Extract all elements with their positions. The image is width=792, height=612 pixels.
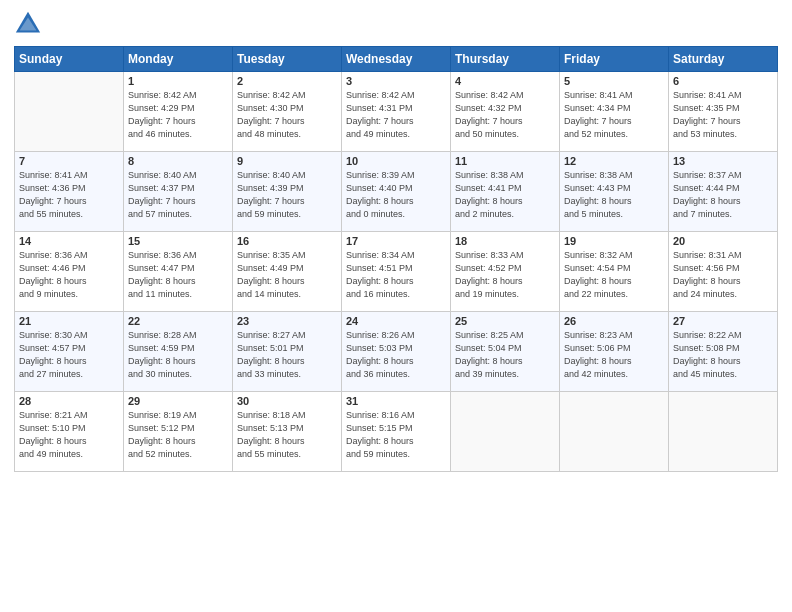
day-number: 27 [673, 315, 773, 327]
day-number: 18 [455, 235, 555, 247]
day-info: Sunrise: 8:19 AM Sunset: 5:12 PM Dayligh… [128, 409, 228, 461]
day-info: Sunrise: 8:41 AM Sunset: 4:34 PM Dayligh… [564, 89, 664, 141]
day-number: 22 [128, 315, 228, 327]
day-info: Sunrise: 8:36 AM Sunset: 4:46 PM Dayligh… [19, 249, 119, 301]
col-header-tuesday: Tuesday [233, 47, 342, 72]
day-info: Sunrise: 8:32 AM Sunset: 4:54 PM Dayligh… [564, 249, 664, 301]
day-info: Sunrise: 8:36 AM Sunset: 4:47 PM Dayligh… [128, 249, 228, 301]
logo-icon [14, 10, 42, 38]
day-number: 10 [346, 155, 446, 167]
day-info: Sunrise: 8:42 AM Sunset: 4:29 PM Dayligh… [128, 89, 228, 141]
header [14, 10, 778, 38]
day-info: Sunrise: 8:18 AM Sunset: 5:13 PM Dayligh… [237, 409, 337, 461]
week-row-2: 14Sunrise: 8:36 AM Sunset: 4:46 PM Dayli… [15, 232, 778, 312]
col-header-monday: Monday [124, 47, 233, 72]
day-number: 23 [237, 315, 337, 327]
logo [14, 10, 46, 38]
calendar-cell [15, 72, 124, 152]
day-number: 15 [128, 235, 228, 247]
day-info: Sunrise: 8:27 AM Sunset: 5:01 PM Dayligh… [237, 329, 337, 381]
calendar-cell: 29Sunrise: 8:19 AM Sunset: 5:12 PM Dayli… [124, 392, 233, 472]
calendar-cell: 27Sunrise: 8:22 AM Sunset: 5:08 PM Dayli… [669, 312, 778, 392]
calendar-cell: 9Sunrise: 8:40 AM Sunset: 4:39 PM Daylig… [233, 152, 342, 232]
calendar-cell: 11Sunrise: 8:38 AM Sunset: 4:41 PM Dayli… [451, 152, 560, 232]
calendar-cell: 30Sunrise: 8:18 AM Sunset: 5:13 PM Dayli… [233, 392, 342, 472]
day-number: 13 [673, 155, 773, 167]
day-number: 28 [19, 395, 119, 407]
day-number: 7 [19, 155, 119, 167]
day-info: Sunrise: 8:38 AM Sunset: 4:41 PM Dayligh… [455, 169, 555, 221]
calendar-cell: 1Sunrise: 8:42 AM Sunset: 4:29 PM Daylig… [124, 72, 233, 152]
header-row: SundayMondayTuesdayWednesdayThursdayFrid… [15, 47, 778, 72]
calendar-cell: 19Sunrise: 8:32 AM Sunset: 4:54 PM Dayli… [560, 232, 669, 312]
calendar-cell: 25Sunrise: 8:25 AM Sunset: 5:04 PM Dayli… [451, 312, 560, 392]
calendar-cell: 7Sunrise: 8:41 AM Sunset: 4:36 PM Daylig… [15, 152, 124, 232]
calendar-cell: 2Sunrise: 8:42 AM Sunset: 4:30 PM Daylig… [233, 72, 342, 152]
col-header-sunday: Sunday [15, 47, 124, 72]
calendar-cell: 15Sunrise: 8:36 AM Sunset: 4:47 PM Dayli… [124, 232, 233, 312]
day-number: 14 [19, 235, 119, 247]
day-number: 29 [128, 395, 228, 407]
col-header-friday: Friday [560, 47, 669, 72]
calendar-cell: 12Sunrise: 8:38 AM Sunset: 4:43 PM Dayli… [560, 152, 669, 232]
day-info: Sunrise: 8:41 AM Sunset: 4:36 PM Dayligh… [19, 169, 119, 221]
col-header-thursday: Thursday [451, 47, 560, 72]
day-number: 5 [564, 75, 664, 87]
day-number: 6 [673, 75, 773, 87]
day-info: Sunrise: 8:23 AM Sunset: 5:06 PM Dayligh… [564, 329, 664, 381]
week-row-1: 7Sunrise: 8:41 AM Sunset: 4:36 PM Daylig… [15, 152, 778, 232]
day-info: Sunrise: 8:40 AM Sunset: 4:37 PM Dayligh… [128, 169, 228, 221]
calendar-cell [451, 392, 560, 472]
col-header-wednesday: Wednesday [342, 47, 451, 72]
calendar-cell: 28Sunrise: 8:21 AM Sunset: 5:10 PM Dayli… [15, 392, 124, 472]
day-info: Sunrise: 8:42 AM Sunset: 4:31 PM Dayligh… [346, 89, 446, 141]
day-number: 31 [346, 395, 446, 407]
day-info: Sunrise: 8:30 AM Sunset: 4:57 PM Dayligh… [19, 329, 119, 381]
calendar-cell: 23Sunrise: 8:27 AM Sunset: 5:01 PM Dayli… [233, 312, 342, 392]
day-number: 9 [237, 155, 337, 167]
week-row-3: 21Sunrise: 8:30 AM Sunset: 4:57 PM Dayli… [15, 312, 778, 392]
calendar-cell: 21Sunrise: 8:30 AM Sunset: 4:57 PM Dayli… [15, 312, 124, 392]
day-number: 4 [455, 75, 555, 87]
day-info: Sunrise: 8:42 AM Sunset: 4:32 PM Dayligh… [455, 89, 555, 141]
day-number: 20 [673, 235, 773, 247]
day-number: 26 [564, 315, 664, 327]
day-info: Sunrise: 8:37 AM Sunset: 4:44 PM Dayligh… [673, 169, 773, 221]
calendar-cell: 16Sunrise: 8:35 AM Sunset: 4:49 PM Dayli… [233, 232, 342, 312]
day-info: Sunrise: 8:41 AM Sunset: 4:35 PM Dayligh… [673, 89, 773, 141]
day-number: 2 [237, 75, 337, 87]
day-info: Sunrise: 8:33 AM Sunset: 4:52 PM Dayligh… [455, 249, 555, 301]
day-info: Sunrise: 8:38 AM Sunset: 4:43 PM Dayligh… [564, 169, 664, 221]
day-number: 25 [455, 315, 555, 327]
calendar-cell: 4Sunrise: 8:42 AM Sunset: 4:32 PM Daylig… [451, 72, 560, 152]
day-number: 1 [128, 75, 228, 87]
day-info: Sunrise: 8:42 AM Sunset: 4:30 PM Dayligh… [237, 89, 337, 141]
calendar-cell: 5Sunrise: 8:41 AM Sunset: 4:34 PM Daylig… [560, 72, 669, 152]
calendar-cell: 20Sunrise: 8:31 AM Sunset: 4:56 PM Dayli… [669, 232, 778, 312]
calendar-cell: 31Sunrise: 8:16 AM Sunset: 5:15 PM Dayli… [342, 392, 451, 472]
calendar-cell: 3Sunrise: 8:42 AM Sunset: 4:31 PM Daylig… [342, 72, 451, 152]
day-number: 21 [19, 315, 119, 327]
day-info: Sunrise: 8:40 AM Sunset: 4:39 PM Dayligh… [237, 169, 337, 221]
day-info: Sunrise: 8:16 AM Sunset: 5:15 PM Dayligh… [346, 409, 446, 461]
day-number: 12 [564, 155, 664, 167]
day-number: 24 [346, 315, 446, 327]
day-number: 3 [346, 75, 446, 87]
day-number: 16 [237, 235, 337, 247]
day-info: Sunrise: 8:21 AM Sunset: 5:10 PM Dayligh… [19, 409, 119, 461]
calendar-cell [560, 392, 669, 472]
day-info: Sunrise: 8:28 AM Sunset: 4:59 PM Dayligh… [128, 329, 228, 381]
calendar-cell: 6Sunrise: 8:41 AM Sunset: 4:35 PM Daylig… [669, 72, 778, 152]
day-info: Sunrise: 8:39 AM Sunset: 4:40 PM Dayligh… [346, 169, 446, 221]
calendar-table: SundayMondayTuesdayWednesdayThursdayFrid… [14, 46, 778, 472]
page-container: SundayMondayTuesdayWednesdayThursdayFrid… [0, 0, 792, 480]
day-number: 30 [237, 395, 337, 407]
day-info: Sunrise: 8:25 AM Sunset: 5:04 PM Dayligh… [455, 329, 555, 381]
day-info: Sunrise: 8:22 AM Sunset: 5:08 PM Dayligh… [673, 329, 773, 381]
day-number: 8 [128, 155, 228, 167]
calendar-cell: 22Sunrise: 8:28 AM Sunset: 4:59 PM Dayli… [124, 312, 233, 392]
day-info: Sunrise: 8:26 AM Sunset: 5:03 PM Dayligh… [346, 329, 446, 381]
day-info: Sunrise: 8:34 AM Sunset: 4:51 PM Dayligh… [346, 249, 446, 301]
week-row-4: 28Sunrise: 8:21 AM Sunset: 5:10 PM Dayli… [15, 392, 778, 472]
calendar-cell: 24Sunrise: 8:26 AM Sunset: 5:03 PM Dayli… [342, 312, 451, 392]
